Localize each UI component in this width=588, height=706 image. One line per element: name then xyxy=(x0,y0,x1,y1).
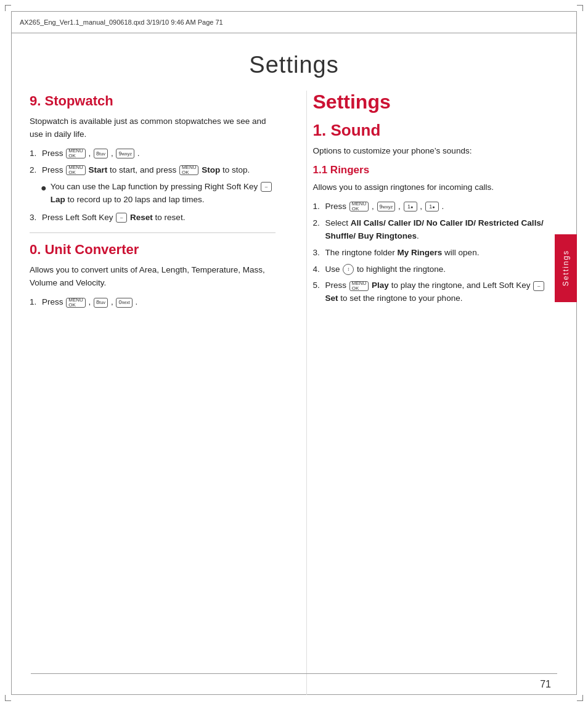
step2-content: Press MENUOK Start to start, and press M… xyxy=(42,164,276,177)
unit-converter-heading: 0. Unit Converter xyxy=(30,242,276,258)
bullet-dot: ● xyxy=(41,181,47,195)
nav-icon: ↕ xyxy=(343,264,354,275)
unit-step1-content: Press MENUOK , 8 tuv , 0 next . xyxy=(42,296,276,309)
menu-ok-icon2: MENUOK xyxy=(66,165,86,175)
page-title: Settings xyxy=(11,52,577,78)
stopwatch-step2: 2. Press MENUOK Start to start, and pres… xyxy=(30,164,276,177)
sound-heading: 1. Sound xyxy=(313,121,559,140)
corner-mark-tr xyxy=(577,5,583,11)
ringers-step3-num: 3. xyxy=(313,247,323,260)
left-soft-key-icon2: – xyxy=(533,281,544,291)
divider-unit xyxy=(30,232,276,233)
ringers-step4: 4. Use ↕ to highlight the ringtone. xyxy=(313,263,559,276)
file-info: AX265_Eng_Ver1.1_manual_090618.qxd 3/19/… xyxy=(20,18,568,26)
key-1b-icon: 1 ● xyxy=(425,202,439,211)
ringers-step1-content: Press MENUOK , 9 wxyz , 1 ● , 1 ● . xyxy=(325,200,559,213)
bullet-list: ● You can use the Lap function by pressi… xyxy=(41,181,276,207)
main-content: Settings 9. Stopwatch Stopwatch is avail… xyxy=(11,33,577,695)
menu-ok-icon6: MENUOK xyxy=(349,281,369,291)
sound-intro: Options to customize your phone’s sounds… xyxy=(313,145,559,158)
key-9wxyz-icon2: 9 wxyz xyxy=(377,202,396,211)
key-9wxyz-icon: 9 wxyz xyxy=(116,149,134,158)
ringers-step1-num: 1. xyxy=(313,200,323,213)
ringers-step3-content: The ringtone folder My Ringers will open… xyxy=(325,247,559,260)
ringers-step5-num: 5. xyxy=(313,279,323,292)
step1-num: 1. xyxy=(30,147,39,160)
menu-ok-icon: MENUOK xyxy=(66,149,86,158)
ringers-step2-num: 2. xyxy=(313,217,323,230)
left-column: 9. Stopwatch Stopwatch is available just… xyxy=(30,91,282,695)
left-soft-key-icon: – xyxy=(116,213,127,223)
menu-ok-icon5: MENUOK xyxy=(349,202,369,211)
ringers-step1: 1. Press MENUOK , 9 wxyz , 1 ● , 1 ● . xyxy=(313,200,559,213)
key-0next-icon: 0 next xyxy=(116,298,132,308)
bottom-divider xyxy=(31,673,557,674)
ringers-step5: 5. Press MENUOK Play to play the rington… xyxy=(313,279,559,305)
menu-ok-icon3: MENUOK xyxy=(179,165,199,175)
ringers-heading: 1.1 Ringers xyxy=(313,164,559,176)
two-col: 9. Stopwatch Stopwatch is available just… xyxy=(11,91,577,695)
right-column: Settings 1. Sound Options to customize y… xyxy=(306,91,559,695)
header-bar: AX265_Eng_Ver1.1_manual_090618.qxd 3/19/… xyxy=(11,11,577,33)
settings-heading: Settings xyxy=(313,91,559,113)
ringers-step4-num: 4. xyxy=(313,263,323,276)
step1-content: Press MENUOK , 8 tuv , 9 wxyz . xyxy=(42,147,276,160)
corner-mark-br xyxy=(577,695,583,701)
key-8tuv-icon: 8 tuv xyxy=(94,149,108,158)
stopwatch-step1: 1. Press MENUOK , 8 tuv , 9 wxyz . xyxy=(30,147,276,160)
menu-ok-icon4: MENUOK xyxy=(66,298,86,308)
key-8tuv-icon2: 8 tuv xyxy=(94,298,108,308)
ringers-step5-content: Press MENUOK Play to play the ringtone, … xyxy=(325,279,559,305)
right-soft-key-icon: – xyxy=(261,182,272,192)
ringers-step4-content: Use ↕ to highlight the ringtone. xyxy=(325,263,559,276)
ringers-intro: Allows you to assign ringtones for incom… xyxy=(313,181,559,194)
step2-num: 2. xyxy=(30,164,39,177)
ringers-step2: 2. Select All Calls/ Caller ID/ No Calle… xyxy=(313,217,559,243)
step3-content: Press Left Soft Key – Reset to reset. xyxy=(42,211,276,224)
unit-converter-intro: Allows you to convert units of Area, Len… xyxy=(30,264,276,290)
ringers-step3: 3. The ringtone folder My Ringers will o… xyxy=(313,247,559,260)
bullet-item-lap: ● You can use the Lap function by pressi… xyxy=(41,181,276,207)
page-number: 71 xyxy=(540,679,551,690)
step3-num: 3. xyxy=(30,211,39,224)
unit-step1: 1. Press MENUOK , 8 tuv , 0 next . xyxy=(30,296,276,309)
key-1a-icon: 1 ● xyxy=(404,202,417,211)
corner-mark-tl xyxy=(5,5,11,11)
stopwatch-heading: 9. Stopwatch xyxy=(30,93,276,109)
stopwatch-step3: 3. Press Left Soft Key – Reset to reset. xyxy=(30,211,276,224)
ringers-step2-content: Select All Calls/ Caller ID/ No Caller I… xyxy=(325,217,559,243)
corner-mark-bl xyxy=(5,695,11,701)
page-title-area: Settings xyxy=(11,33,577,91)
bullet-text: You can use the Lap function by pressing… xyxy=(51,181,276,207)
unit-step1-num: 1. xyxy=(30,296,39,309)
stopwatch-intro: Stopwatch is available just as common st… xyxy=(30,115,276,141)
